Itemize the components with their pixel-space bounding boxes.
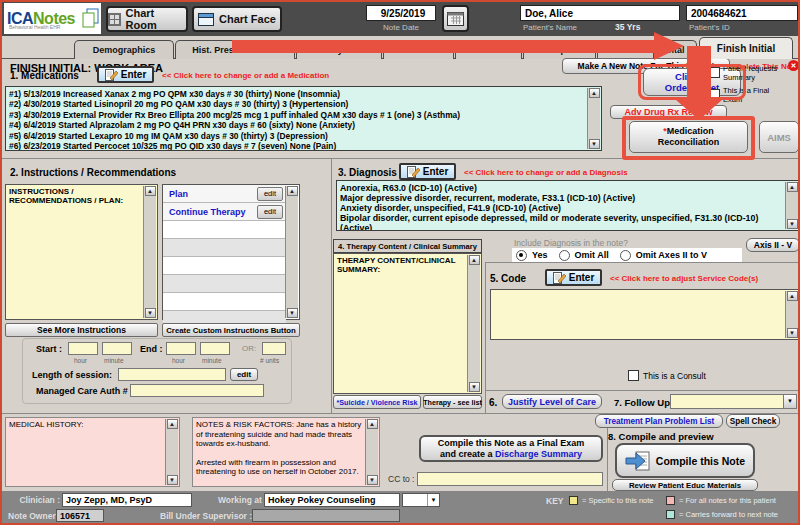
aims-button[interactable]: AIMS [759,121,799,153]
diagnosis-item[interactable]: Anorexia, R63.0 (ICD-10) (Active) [340,183,783,193]
start-hour-field[interactable] [68,342,98,355]
therapy-scrollbar[interactable]: ▲ ▼ [467,255,480,392]
patient-requests-summary-checkbox[interactable] [709,67,720,78]
instruction-row-continue-therapy[interactable]: Continue Therapy edit [163,203,286,221]
scroll-up-icon[interactable]: ▲ [167,419,178,429]
scroll-up-icon[interactable]: ▲ [367,419,378,429]
scroll-down-icon[interactable]: ▼ [367,475,378,485]
radio-yes[interactable] [516,250,527,261]
justify-level-of-care-button[interactable]: Justify Level of Care [502,394,602,409]
instruction-row-empty[interactable] [163,221,286,239]
scroll-up-icon[interactable]: ▲ [287,186,298,196]
tab-develop-hist[interactable]: Develop. Hist [523,40,596,59]
medication-item[interactable]: #1) 5/13/2019 Increased Xanax 2 mg PO QP… [9,89,585,99]
length-edit-button[interactable]: edit [230,368,258,381]
medication-reconciliation-button[interactable]: *Medication Reconciliation [629,121,748,153]
length-of-session-field[interactable] [118,368,226,381]
diagnosis-enter-button[interactable]: Enter [399,163,456,180]
radio-omit-axes-label[interactable]: Omit Axes II to V [636,250,707,260]
tab-medical-hist[interactable]: Medical Hist [383,40,454,59]
tab-demographics[interactable]: Demographics [74,40,174,59]
dropdown-arrow-icon[interactable]: ▼ [427,494,439,506]
review-patient-educ-button[interactable]: Review Patient Educ Materials [612,479,758,491]
code-textarea[interactable]: ▲ ▼ [490,289,800,340]
working-at-field[interactable]: Hokey Pokey Counseling [264,493,400,507]
calendar-button[interactable] [442,5,469,32]
radio-omit-all[interactable] [559,250,570,261]
compile-this-note-button[interactable]: Compile this Note [615,443,755,478]
medical-history-scrollbar[interactable]: ▲ ▼ [165,419,178,485]
delete-note-icon[interactable]: ✕ [788,60,799,71]
scroll-down-icon[interactable]: ▼ [167,475,178,485]
cc-dropdown[interactable]: ▼ [402,493,440,507]
bill-under-supervisor-field[interactable] [252,509,400,522]
medications-enter-button[interactable]: Enter [97,66,154,83]
instruction-row-empty[interactable] [163,293,286,311]
scroll-up-icon[interactable]: ▲ [469,255,480,265]
managed-care-field[interactable] [130,384,264,397]
medication-item[interactable]: #4) 6/4/2019 Started Alprazolam 2 mg PO … [9,120,585,130]
adv-drug-rx-review-button[interactable]: Adv Drug Rx Review [610,105,727,119]
instruction-row-plan[interactable]: Plan edit [163,185,286,203]
diagnosis-item[interactable]: Bipolar disorder, current episode depres… [340,213,783,231]
therapy-textarea[interactable]: THERAPY CONTENT/CLINICAL SUMMARY: ▲ ▼ [333,253,482,394]
instructions-list-scrollbar[interactable]: ▲ ▼ [285,186,298,318]
final-exam-checkbox[interactable] [709,89,720,100]
create-custom-instructions-button[interactable]: Create Custom Instructions Button [162,323,300,337]
edit-button[interactable]: edit [257,187,283,201]
scroll-down-icon[interactable]: ▼ [589,139,600,149]
clinician-field[interactable]: Joy Zepp, MD, PsyD [62,493,192,507]
instruction-row-empty[interactable] [163,275,286,293]
chart-face-button[interactable]: Chart Face [192,6,282,32]
compile-final-exam-button[interactable]: Compile this Note as a Final Exam and cr… [419,435,603,462]
medication-item[interactable]: #3) 4/30/2019 External Provider Rx Breo … [9,110,585,120]
instruction-row-empty[interactable] [163,257,286,275]
scroll-down-icon[interactable]: ▼ [287,308,298,318]
scroll-up-icon[interactable]: ▲ [145,186,156,196]
tab-mental-status-exam[interactable]: Mental Status Exam [655,40,697,59]
medications-scrollbar[interactable]: ▲ ▼ [587,88,600,149]
scroll-down-icon[interactable]: ▼ [787,219,798,229]
code-enter-button[interactable]: Enter [545,269,602,286]
scroll-down-icon[interactable]: ▼ [787,328,798,338]
patient-name-field[interactable]: Doe, Alice [520,5,680,21]
units-field[interactable] [262,342,286,355]
axis-ii-v-button[interactable]: Axis II - V [746,238,800,252]
medication-item[interactable]: #5) 6/4/2019 Started Lexapro 10 mg IM QA… [9,131,585,141]
scroll-up-icon[interactable]: ▲ [589,88,600,98]
tab-past-psych-hist[interactable]: Past Psych Hist [296,40,382,59]
notes-risk-factors-textarea[interactable]: NOTES & RISK FACTORS: Jane has a history… [192,417,380,487]
edit-button[interactable]: edit [257,205,283,219]
instructions-scrollbar[interactable]: ▲ ▼ [143,186,156,318]
medical-history-textarea[interactable]: MEDICAL HISTORY: ▲ ▼ [5,417,180,487]
note-date-field[interactable]: 9/25/2019 [366,5,436,21]
instruction-row-empty[interactable] [163,239,286,257]
scroll-up-icon[interactable]: ▲ [787,291,798,301]
radio-omit-axes[interactable] [620,250,631,261]
treatment-plan-problem-list-button[interactable]: Treatment Plan Problem List [595,414,723,428]
tab-finish-initial[interactable]: Finish Initial [699,37,793,59]
end-minute-field[interactable] [200,342,230,355]
medications-list[interactable]: #1) 5/13/2019 Increased Xanax 2 mg PO QP… [5,86,602,151]
spell-check-button[interactable]: Spell Check [726,414,780,428]
tab-social-hist[interactable]: Social Hist [455,40,522,59]
code-scrollbar[interactable]: ▲ ▼ [785,291,798,338]
cc-to-field[interactable] [417,472,603,486]
radio-yes-label[interactable]: Yes [532,250,548,260]
patient-id-field[interactable]: 2004684621 [686,5,798,21]
instruction-label[interactable]: Continue Therapy [169,207,246,217]
dropdown-arrow-icon[interactable]: ▼ [783,395,796,408]
diagnosis-list[interactable]: Anorexia, R63.0 (ICD-10) (Active) Major … [336,180,800,231]
see-more-instructions-button[interactable]: See More Instructions [5,323,158,337]
medication-item[interactable]: #2) 4/30/2019 Started Lisinopril 20 mg P… [9,99,585,109]
scroll-down-icon[interactable]: ▼ [469,382,480,392]
chart-room-button[interactable]: Chart Room [106,6,188,32]
tab-fam-mh-hist[interactable]: Fam MH Hist [597,40,654,59]
therapy-see-list-button[interactable]: Therapy - see list [423,395,482,409]
suicide-violence-risk-button[interactable]: *Suicide / Violence Risk [333,395,421,409]
end-hour-field[interactable] [166,342,196,355]
scroll-down-icon[interactable]: ▼ [145,308,156,318]
consult-checkbox[interactable] [628,370,639,381]
diagnosis-item[interactable]: Major depressive disorder, recurrent, mo… [340,193,783,203]
instructions-textarea[interactable]: INSTRUCTIONS / RECOMMENDATIONS / PLAN: ▲… [5,184,158,320]
